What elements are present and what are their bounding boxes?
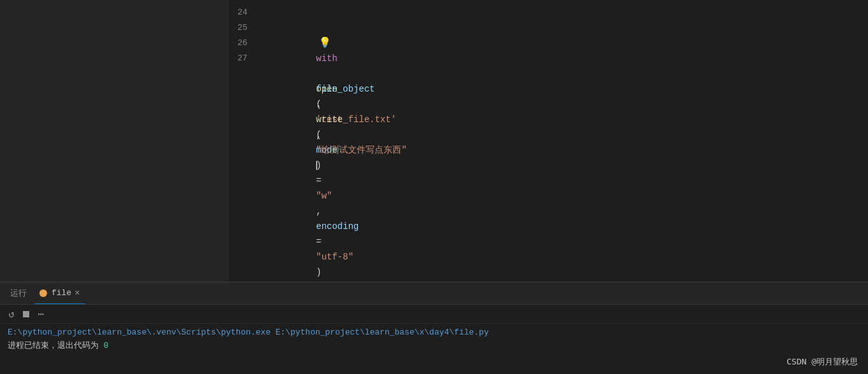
- dot-27: .: [316, 99, 321, 109]
- bottom-panel: 运行 file × ↺ ⋯ E:\python_project\learn_ba…: [0, 282, 868, 374]
- method-write: write: [316, 114, 343, 125]
- main-area: 24 25 💡 26 with open ( 'test_file.txt': [0, 0, 868, 282]
- branding-text: CSDN @明月望秋思: [787, 357, 858, 366]
- code-line-24: 24: [229, 5, 868, 20]
- sidebar: [0, 0, 229, 282]
- restart-button[interactable]: ↺: [5, 308, 18, 321]
- code-container: 24 25 💡 26 with open ( 'test_file.txt': [229, 0, 868, 282]
- line-number-24: 24: [229, 5, 258, 20]
- editor-area: 24 25 💡 26 with open ( 'test_file.txt': [229, 0, 868, 282]
- code-line-26: 26 with open ( 'test_file.txt' , mode = …: [229, 36, 868, 51]
- line-number-25: 25: [229, 20, 258, 36]
- tab-file-close[interactable]: ×: [74, 289, 79, 298]
- string-w: "w": [316, 191, 332, 201]
- code-line-25: 25 💡: [229, 20, 868, 36]
- tab-run-label: 运行: [10, 287, 27, 299]
- code-line-27: 27 file_object . write ( "给测试文件写点东西" ): [229, 51, 868, 66]
- paren-close: ): [316, 267, 321, 277]
- var-file-object-27: file_object: [316, 84, 375, 94]
- tab-file[interactable]: file ×: [34, 282, 85, 304]
- stop-button[interactable]: [23, 311, 29, 317]
- more-button[interactable]: ⋯: [34, 308, 47, 321]
- branding: CSDN @明月望秋思: [787, 356, 858, 369]
- tab-file-label: file: [52, 288, 71, 298]
- line-number-27: 27: [229, 51, 258, 66]
- line-content-27[interactable]: file_object . write ( "给测试文件写点东西" ): [258, 51, 868, 188]
- param-encoding: encoding: [316, 221, 359, 232]
- panel-toolbar: ↺ ⋯: [0, 305, 868, 324]
- exit-text: 进程已结束，退出代码为: [8, 341, 99, 350]
- more-icon: ⋯: [38, 308, 44, 321]
- line-number-26: 26: [229, 36, 258, 51]
- panel-output: E:\python_project\learn_base\.venv\Scrip…: [0, 324, 868, 374]
- paren-close-27: ): [316, 160, 321, 170]
- exit-code: 0: [104, 341, 109, 350]
- output-command: E:\python_project\learn_base\.venv\Scrip…: [8, 326, 860, 340]
- panel-tabs: 运行 file ×: [0, 282, 868, 305]
- string-utf8: "utf-8": [316, 252, 354, 262]
- file-dot-icon: [39, 289, 47, 297]
- string-arg-27: "给测试文件写点东西": [316, 145, 407, 155]
- restart-icon: ↺: [8, 308, 15, 321]
- tab-run[interactable]: 运行: [5, 282, 32, 304]
- output-exit-message: 进程已结束，退出代码为 0: [8, 340, 860, 353]
- eq2: =: [316, 237, 321, 247]
- paren-open-27: (: [316, 130, 321, 140]
- indent-27: [316, 69, 338, 79]
- comma2: ,: [316, 206, 327, 216]
